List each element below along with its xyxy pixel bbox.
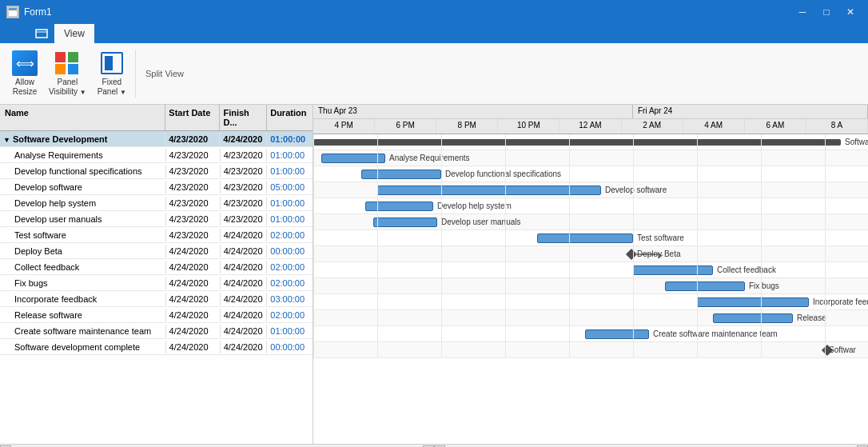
cell-start: 4/24/2020 (166, 261, 221, 273)
time-cell: 4 PM (313, 119, 375, 134)
ribbon-tabs[interactable]: View (0, 24, 868, 43)
cell-finish: 4/24/2020 (221, 261, 268, 273)
gantt-date-fri: Fri Apr 24 (633, 105, 868, 118)
table-row[interactable]: Release software4/24/20204/24/202002:00:… (0, 307, 313, 323)
right-panel: Thu Apr 23 Fri Apr 24 4 PM6 PM8 PM10 PM1… (313, 105, 868, 444)
cell-start: 4/23/2020 (166, 229, 221, 241)
left-panel: Name Start Date Finish D... Duration ▼So… (0, 105, 313, 444)
table-row[interactable]: Deploy Beta4/24/20204/24/202000:00:00 (0, 243, 313, 259)
cell-name: Test software (0, 229, 166, 241)
cell-start: 4/24/2020 (166, 341, 221, 353)
gantt-row: Software (313, 134, 868, 150)
cell-duration: 00:00:00 (267, 341, 313, 353)
cell-duration: 02:00:00 (267, 261, 313, 273)
table-row[interactable]: Analyse Requirements4/23/20204/23/202001… (0, 147, 313, 163)
maximize-button[interactable]: □ (815, 4, 838, 20)
cell-finish: 4/24/2020 (221, 229, 268, 241)
table-row[interactable]: ▼Software Development4/23/20204/24/20200… (0, 131, 313, 147)
gantt-row: Develop help system (313, 198, 868, 214)
time-cell: 10 PM (498, 119, 559, 134)
allow-resize-button[interactable]: AllowResize (6, 46, 43, 101)
gantt-time-row: 4 PM6 PM8 PM10 PM12 AM2 AM4 AM6 AM8 A (313, 119, 868, 134)
cell-duration: 01:00:00 (267, 213, 313, 225)
cell-name: Develop user manuals (0, 213, 166, 225)
cell-duration: 02:00:00 (267, 277, 313, 289)
panel-visibility-icon (54, 50, 80, 76)
gantt-container: Name Start Date Finish D... Duration ▼So… (0, 105, 868, 444)
gantt-bar-label: Develop functional specifications (445, 170, 561, 178)
time-cell: 6 AM (745, 119, 806, 134)
col-header-finish: Finish D... (220, 105, 267, 130)
cell-name: Fix bugs (0, 277, 166, 289)
gantt-row: Incorporate feedback (313, 294, 868, 310)
table-row[interactable]: Incorporate feedback4/24/20204/24/202003… (0, 291, 313, 307)
table-row[interactable]: Develop help system4/23/20204/23/202001:… (0, 195, 313, 211)
gantt-row: Analyse Requirements (313, 150, 868, 166)
gantt-bar (321, 154, 385, 163)
table-row[interactable]: Collect feedback4/24/20204/24/202002:00:… (0, 259, 313, 275)
fixed-panel-icon (99, 50, 125, 76)
gantt-bar-label: Analyse Requirements (389, 154, 470, 162)
cell-name: Develop help system (0, 197, 166, 210)
cell-duration: 02:00:00 (267, 309, 313, 321)
minimize-button[interactable]: ─ (791, 4, 814, 20)
cell-start: 4/24/2020 (166, 245, 221, 257)
main-area: Name Start Date Finish D... Duration ▼So… (0, 105, 868, 447)
cell-duration: 02:00:00 (267, 229, 313, 241)
window-controls[interactable]: ─ □ ✕ (791, 4, 862, 20)
cell-start: 4/23/2020 (166, 181, 221, 194)
svg-rect-2 (36, 30, 47, 38)
cell-name: Develop functional specifications (0, 165, 166, 178)
gantt-bar (633, 265, 713, 275)
gantt-row: Develop functional specifications (313, 166, 868, 182)
cell-finish: 4/24/2020 (221, 293, 268, 305)
table-row[interactable]: Test software4/23/20204/24/202002:00:00 (0, 227, 313, 243)
cell-finish: 4/24/2020 (221, 309, 268, 321)
gantt-bar (697, 297, 809, 307)
gantt-bar (377, 186, 601, 195)
gantt-row: Collect feedback (313, 262, 868, 278)
gantt-bar-label: Develop help system (437, 202, 512, 210)
grid-body[interactable]: ▼Software Development4/23/20204/24/20200… (0, 131, 313, 444)
gantt-bar-label: Develop user manuals (441, 218, 521, 226)
table-row[interactable]: Software development complete4/24/20204/… (0, 339, 313, 355)
gantt-row: Test software (313, 230, 868, 246)
gantt-bar (665, 281, 745, 291)
cell-finish: 4/23/2020 (221, 181, 268, 194)
gantt-row: Develop user manuals (313, 214, 868, 230)
col-header-duration: Duration (267, 105, 313, 130)
time-cell: 12 AM (559, 119, 621, 134)
cell-duration: 01:00:00 (267, 149, 313, 162)
gantt-bar (585, 329, 649, 339)
cell-name: Develop software (0, 181, 166, 194)
cell-finish: 4/23/2020 (221, 213, 268, 225)
tab-view[interactable]: View (54, 24, 94, 43)
title-bar: Form1 ─ □ ✕ (0, 0, 868, 24)
table-row[interactable]: Develop software4/23/20204/23/202005:00:… (0, 179, 313, 195)
table-row[interactable]: Develop user manuals4/23/20204/23/202001… (0, 211, 313, 227)
allow-resize-label: AllowResize (13, 78, 38, 97)
gantt-bar-label: Develop software (605, 186, 667, 194)
cell-start: 4/24/2020 (166, 325, 221, 337)
gantt-bar (361, 170, 441, 179)
table-row[interactable]: Fix bugs4/24/20204/24/202002:00:00 (0, 275, 313, 291)
gantt-row: ▶Deploy Beta (313, 246, 868, 262)
table-row[interactable]: Create software maintenance team4/24/202… (0, 323, 313, 339)
cell-duration: 01:00:00 (267, 197, 313, 210)
panel-visibility-button[interactable]: PanelVisibility ▼ (43, 46, 92, 101)
close-button[interactable]: ✕ (839, 4, 862, 20)
cell-name: Software development complete (0, 341, 166, 353)
fixed-panel-button[interactable]: FixedPanel ▼ (92, 46, 132, 101)
cell-name: Release software (0, 309, 166, 321)
cell-finish: 4/23/2020 (221, 197, 268, 210)
gantt-bar-label: Softwar (829, 345, 856, 354)
cell-duration: 03:00:00 (267, 293, 313, 305)
quick-access-icon (35, 27, 48, 40)
ribbon-content: AllowResize PanelVisibility ▼ FixedPa (0, 43, 868, 104)
gantt-body[interactable]: SoftwareAnalyse RequirementsDevelop func… (313, 134, 868, 444)
bottom-scrollbar[interactable]: ◀ ▶ ◀ ▶ (0, 444, 868, 447)
table-row[interactable]: Develop functional specifications4/23/20… (0, 163, 313, 179)
gantt-bar (365, 202, 433, 211)
ribbon: View AllowResize PanelVisibility ▼ (0, 24, 868, 105)
gantt-row: Develop software (313, 182, 868, 198)
